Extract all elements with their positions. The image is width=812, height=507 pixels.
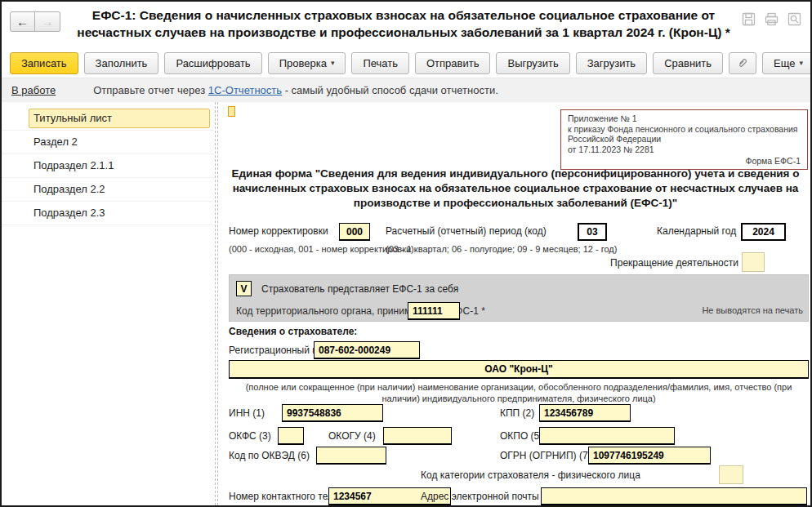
period-label: Расчетный (отчетный) период (код) — [386, 225, 547, 237]
okogu-field[interactable] — [383, 427, 452, 445]
self-declare-box: V Страхователь представляет ЕФС-1 за себ… — [229, 274, 809, 322]
self-declare-label: Страхователь представляет ЕФС-1 за себя — [261, 283, 458, 295]
kpp-label: КПП (2) — [500, 407, 534, 419]
sidebar-splitter[interactable] — [215, 102, 218, 505]
more-button[interactable]: Еще▾ — [762, 52, 812, 74]
org-name-field[interactable]: ОАО "Крон-Ц" — [229, 360, 809, 379]
okpo-label: ОКПО (5) — [500, 430, 542, 442]
territory-code-field[interactable]: 111111 — [408, 302, 460, 320]
check-button-label: Проверка — [279, 57, 327, 69]
correction-field[interactable]: 000 — [339, 223, 370, 241]
sidebar-item-title-page[interactable]: Титульный лист — [2, 107, 214, 131]
preview-icon[interactable] — [787, 11, 802, 27]
paperclip-icon — [737, 57, 748, 69]
page-title: ЕФС-1: Сведения о начисленных страховых … — [70, 7, 737, 41]
status-message-after: - самый удобный способ сдачи отчетности. — [285, 84, 498, 96]
status-message-before: Отправьте отчет через — [93, 84, 205, 96]
self-declare-checkbox[interactable]: V — [236, 281, 252, 296]
sidebar-item-subsection-2-2[interactable]: Подраздел 2.2 — [2, 178, 214, 202]
send-button[interactable]: Отправить — [415, 52, 490, 74]
email-field[interactable] — [541, 487, 807, 505]
kpp-field[interactable]: 123456789 — [539, 404, 631, 422]
check-button[interactable]: Проверка▾ — [268, 52, 346, 74]
sidebar-item-label: Подраздел 2.3 — [29, 203, 210, 223]
period-hint: (03 - 1 квартал; 06 - полугодие; 09 - 9 … — [386, 244, 617, 254]
print-button[interactable]: Печать — [351, 52, 409, 74]
okfs-label: ОКФС (3) — [229, 430, 271, 442]
status-message: Отправьте отчет через 1С-Отчетность - са… — [93, 84, 498, 96]
annex-note: Приложение № 1 к приказу Фонда пенсионно… — [560, 109, 808, 170]
titlebar-icons — [741, 11, 802, 27]
year-field[interactable]: 2024 — [741, 223, 786, 241]
attachments-button[interactable] — [729, 52, 756, 74]
okpo-field[interactable] — [539, 427, 675, 445]
print-note: Не выводятся на печать — [702, 305, 803, 315]
sidebar: Титульный лист Раздел 2 Подраздел 2.1.1 … — [2, 102, 214, 505]
ogrn-field[interactable]: 1097746195249 — [588, 447, 711, 465]
sidebar-item-label: Подраздел 2.2 — [29, 180, 210, 199]
form-heading: Единая форма "Сведения для ведения индив… — [227, 167, 804, 211]
report-state-link[interactable]: В работе — [11, 84, 56, 96]
nav-buttons: ← → — [10, 11, 60, 32]
reg-number-field[interactable]: 087-602-000249 — [314, 341, 420, 359]
org-name-hint: (полное или сокращенное (при наличии) на… — [233, 381, 805, 404]
sidebar-item-section-2[interactable]: Раздел 2 — [2, 131, 214, 154]
cell-cursor — [228, 106, 235, 117]
sidebar-item-subsection-2-3[interactable]: Подраздел 2.3 — [2, 202, 214, 225]
toolbar: Записать Заполнить Расшифровать Проверка… — [2, 48, 810, 78]
chevron-down-icon: ▾ — [800, 59, 804, 67]
print-icon[interactable] — [764, 11, 779, 27]
sidebar-item-label: Раздел 2 — [29, 132, 210, 152]
okved-field[interactable] — [316, 447, 386, 465]
okogu-label: ОКОГУ (4) — [328, 430, 376, 442]
export-button[interactable]: Выгрузить — [496, 52, 569, 74]
period-field[interactable]: 03 — [578, 223, 607, 241]
insurer-section-heading: Сведения о страхователе: — [229, 326, 357, 337]
sidebar-item-subsection-2-1-1[interactable]: Подраздел 2.1.1 — [2, 154, 214, 178]
ogrn-label: ОГРН (ОГРНИП) (7) — [500, 450, 591, 461]
1c-reporting-link[interactable]: 1С-Отчетность — [208, 84, 282, 96]
back-button[interactable]: ← — [10, 11, 35, 32]
more-button-label: Еще — [774, 57, 795, 69]
import-button[interactable]: Загрузить — [576, 52, 647, 74]
fill-button[interactable]: Заполнить — [84, 52, 159, 74]
annex-line: к приказу Фонда пенсионного и социальног… — [568, 124, 801, 145]
okfs-field[interactable] — [278, 427, 304, 445]
inn-field[interactable]: 9937548836 — [282, 404, 383, 422]
okved-label: Код по ОКВЭД (6) — [229, 450, 310, 461]
forward-button[interactable]: → — [35, 11, 60, 32]
chevron-down-icon: ▾ — [331, 59, 335, 67]
category-field[interactable] — [719, 465, 743, 484]
annex-form-name: Форма ЕФС-1 — [568, 156, 801, 167]
year-label: Календарный год — [657, 225, 736, 237]
inn-label: ИНН (1) — [229, 407, 265, 419]
annex-line: от 17.11.2023 № 2281 — [568, 145, 801, 155]
annex-line: Приложение № 1 — [568, 113, 801, 124]
termination-field[interactable] — [742, 252, 765, 272]
titlebar: ← → ЕФС-1: Сведения о начисленных страхо… — [2, 2, 810, 47]
sidebar-item-label: Титульный лист — [29, 109, 210, 128]
app-window: ← → ЕФС-1: Сведения о начисленных страхо… — [0, 0, 812, 507]
correction-label: Номер корректировки — [229, 225, 328, 237]
sidebar-item-label: Подраздел 2.1.1 — [29, 156, 210, 176]
drilldown-button[interactable]: Расшифровать — [164, 52, 261, 74]
save-icon[interactable] — [741, 11, 756, 27]
form-area: Приложение № 1 к приказу Фонда пенсионно… — [221, 102, 810, 505]
write-button[interactable]: Записать — [10, 52, 78, 74]
statusbar: В работе Отправьте отчет через 1С-Отчетн… — [2, 78, 810, 102]
termination-label: Прекращение деятельности — [547, 257, 738, 269]
compare-button[interactable]: Сравнить — [653, 52, 723, 74]
category-label: Код категории страхователя - физического… — [421, 469, 640, 481]
email-label: Адрес электронной почты — [421, 491, 539, 502]
